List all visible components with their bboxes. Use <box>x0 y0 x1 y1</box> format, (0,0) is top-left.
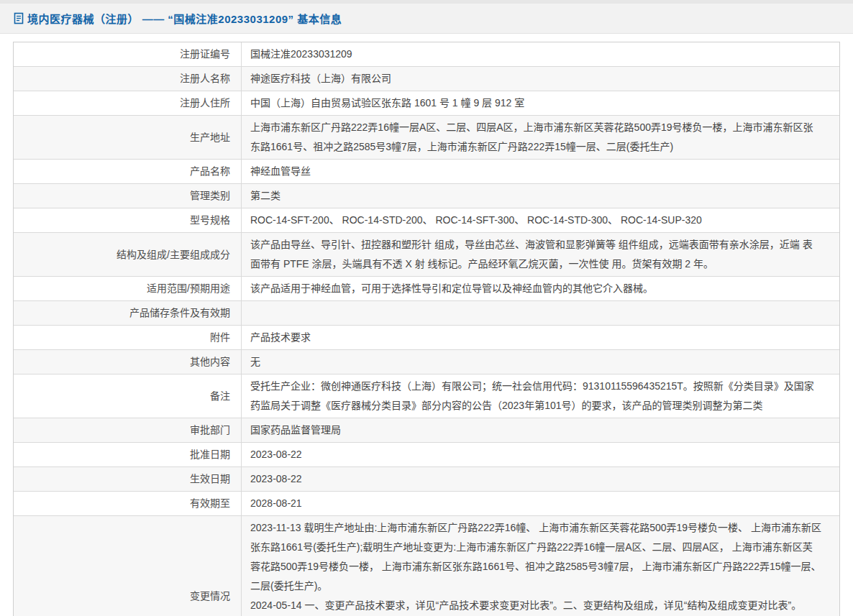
row-value: 受托生产企业：微创神通医疗科技（上海）有限公司；统一社会信用代码：9131011… <box>242 374 839 418</box>
row-value: 2028-08-21 <box>242 492 839 515</box>
row-value: 无 <box>242 350 839 374</box>
change-entry: 2023-11-13 载明生产地址由:上海市浦东新区广丹路222弄16幢、 上海… <box>250 518 822 596</box>
row-value <box>242 301 839 325</box>
row-label: 结构及组成/主要组成成分 <box>14 233 242 276</box>
row-value: 2023-08-22 <box>242 467 839 491</box>
row-label: 注册证编号 <box>14 42 242 66</box>
row-reg-cert-number: 注册证编号 国械注准20233031209 <box>14 42 839 67</box>
row-label: 注册人住所 <box>14 91 242 115</box>
row-label: 有效期至 <box>14 492 242 515</box>
row-change-history: 变更情况 2023-11-13 载明生产地址由:上海市浦东新区广丹路222弄16… <box>14 516 839 616</box>
row-value: 神经血管导丝 <box>242 160 839 183</box>
row-value: ROC-14-SFT-200、 ROC-14-STD-200、 ROC-14-S… <box>242 208 839 232</box>
row-label: 其他内容 <box>14 350 242 374</box>
row-label: 生效日期 <box>14 467 242 491</box>
row-value: 产品技术要求 <box>242 326 839 349</box>
row-label: 管理类别 <box>14 184 242 208</box>
row-other-content: 其他内容 无 <box>14 350 839 374</box>
row-value: 神途医疗科技（上海）有限公司 <box>242 67 839 91</box>
row-structure-composition: 结构及组成/主要组成成分 该产品由导丝、导引针、扭控器和塑形针 组成，导丝由芯丝… <box>14 233 839 277</box>
row-production-address: 生产地址 上海市浦东新区广丹路222弄16幢一层A区、二层、四层A区，上海市浦东… <box>14 116 839 160</box>
row-registrant-name: 注册人名称 神途医疗科技（上海）有限公司 <box>14 67 839 91</box>
row-label: 生产地址 <box>14 116 242 159</box>
row-storage-conditions: 产品储存条件及有效期 <box>14 301 839 326</box>
row-label: 产品储存条件及有效期 <box>14 301 242 325</box>
row-effective-date: 生效日期 2023-08-22 <box>14 467 839 492</box>
row-label: 变更情况 <box>14 516 242 616</box>
row-value: 该产品适用于神经血管，可用于选择性导引和定位导管以及神经血管内的其他它介入器械。 <box>242 277 839 300</box>
row-value: 2023-11-13 载明生产地址由:上海市浦东新区广丹路222弄16幢、 上海… <box>242 516 839 616</box>
registration-info-table: 注册证编号 国械注准20233031209 注册人名称 神途医疗科技（上海）有限… <box>13 42 840 616</box>
row-registrant-address: 注册人住所 中国（上海）自由贸易试验区张东路 1601 号 1 幢 9 层 91… <box>14 91 839 116</box>
row-valid-until: 有效期至 2028-08-21 <box>14 492 839 516</box>
row-value: 2023-08-22 <box>242 443 839 466</box>
row-attachment: 附件 产品技术要求 <box>14 326 839 350</box>
change-entry: 2024-05-14 一、变更产品技术要求，详见“产品技术要求变更对比表”。二、… <box>250 596 822 616</box>
row-value: 上海市浦东新区广丹路222弄16幢一层A区、二层、四层A区，上海市浦东新区芙蓉花… <box>242 116 839 159</box>
row-value: 国家药品监督管理局 <box>242 418 839 442</box>
row-approval-date: 批准日期 2023-08-22 <box>14 443 839 467</box>
document-icon <box>13 12 24 24</box>
row-value: 中国（上海）自由贸易试验区张东路 1601 号 1 幢 9 层 912 室 <box>242 91 839 115</box>
row-label: 注册人名称 <box>14 67 242 91</box>
row-value: 国械注准20233031209 <box>242 42 839 66</box>
page-title: 境内医疗器械（注册） —— “国械注准20233031209” 基本信息 <box>27 11 342 26</box>
row-remarks: 备注 受托生产企业：微创神通医疗科技（上海）有限公司；统一社会信用代码：9131… <box>14 374 839 418</box>
row-label: 备注 <box>14 374 242 418</box>
row-value: 该产品由导丝、导引针、扭控器和塑形针 组成，导丝由芯丝、海波管和显影弹簧等 组件… <box>242 233 839 276</box>
row-management-category: 管理类别 第二类 <box>14 184 839 208</box>
row-value: 第二类 <box>242 184 839 208</box>
row-label: 附件 <box>14 326 242 349</box>
row-product-name: 产品名称 神经血管导丝 <box>14 160 839 184</box>
page-header: 境内医疗器械（注册） —— “国械注准20233031209” 基本信息 <box>0 0 853 34</box>
row-approval-department: 审批部门 国家药品监督管理局 <box>14 418 839 443</box>
row-label: 型号规格 <box>14 208 242 232</box>
row-label: 审批部门 <box>14 418 242 442</box>
row-label: 适用范围/预期用途 <box>14 277 242 300</box>
row-label: 产品名称 <box>14 160 242 183</box>
row-model-spec: 型号规格 ROC-14-SFT-200、 ROC-14-STD-200、 ROC… <box>14 208 839 233</box>
row-scope-of-application: 适用范围/预期用途 该产品适用于神经血管，可用于选择性导引和定位导管以及神经血管… <box>14 277 839 301</box>
row-label: 批准日期 <box>14 443 242 466</box>
